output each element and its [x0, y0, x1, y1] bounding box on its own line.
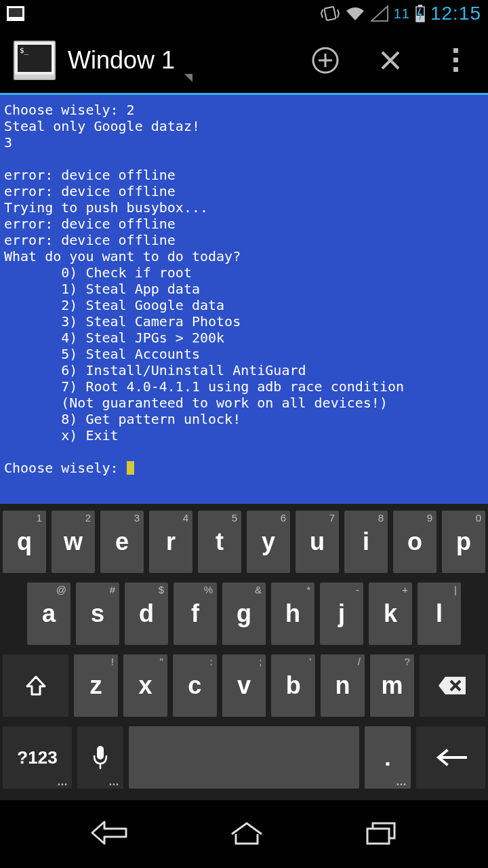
key-b-alt: ' [309, 656, 311, 667]
status-bar: 11 12:15 [0, 0, 488, 27]
system-nav-bar [0, 800, 488, 868]
signal-bars-text: 11 [394, 6, 410, 22]
key-w-alt: 2 [85, 512, 91, 524]
add-window-button[interactable] [309, 44, 342, 77]
terminal-prompt: Choose wisely: [4, 460, 127, 476]
key-c-alt: : [209, 656, 212, 667]
key-v-alt: ; [259, 656, 262, 667]
period-key[interactable]: . … [365, 726, 411, 789]
nav-home-button[interactable] [228, 819, 266, 849]
period-key-label: . [384, 745, 390, 771]
key-b[interactable]: b' [271, 654, 315, 717]
key-s-alt: # [110, 584, 115, 595]
key-z-alt: ! [111, 656, 114, 667]
svg-rect-6 [367, 829, 389, 844]
terminal-output[interactable]: Choose wisely: 2 Steal only Google dataz… [0, 95, 488, 504]
keyboard-row-4: ?123 … … . … [3, 726, 485, 789]
key-o-alt: 9 [427, 512, 432, 524]
terminal-lines: Choose wisely: 2 Steal only Google dataz… [4, 102, 404, 443]
shift-key[interactable] [3, 654, 68, 717]
key-f[interactable]: f% [174, 583, 217, 645]
wifi-icon [345, 5, 365, 22]
key-u[interactable]: u7 [296, 511, 339, 573]
key-f-alt: % [204, 584, 213, 595]
terminal-cursor [127, 461, 134, 475]
key-m[interactable]: m? [370, 654, 414, 717]
key-d[interactable]: d$ [125, 583, 168, 645]
window-title[interactable]: Window 1 [68, 46, 175, 75]
terminal-notif-icon [7, 6, 24, 21]
overflow-menu-button[interactable] [439, 44, 472, 77]
key-o[interactable]: o9 [393, 511, 436, 573]
key-l-alt: | [454, 584, 457, 595]
key-y[interactable]: y6 [247, 511, 290, 573]
key-e[interactable]: e3 [100, 511, 144, 573]
soft-keyboard: q1w2e3r4t5y6u7i8o9p0 a@s#d$f%g&h*j-k+l| … [0, 504, 488, 800]
key-i[interactable]: i8 [344, 511, 388, 573]
key-p-alt: 0 [476, 512, 481, 524]
key-t[interactable]: t5 [198, 511, 241, 573]
key-g[interactable]: g& [222, 583, 266, 645]
nav-recent-button[interactable] [363, 819, 399, 849]
key-p[interactable]: p0 [442, 511, 485, 573]
vibrate-icon [321, 5, 340, 22]
key-y-alt: 6 [281, 512, 286, 524]
key-e-alt: 3 [134, 512, 140, 524]
key-x-alt: " [159, 656, 163, 667]
keyboard-row-2: a@s#d$f%g&h*j-k+l| [3, 583, 485, 645]
key-g-alt: & [255, 584, 262, 595]
nav-back-button[interactable] [89, 819, 130, 849]
app-header: $_ Window 1 [0, 27, 488, 95]
symbols-key[interactable]: ?123 … [3, 726, 72, 789]
key-n[interactable]: n/ [321, 654, 365, 717]
key-r[interactable]: r4 [149, 511, 192, 573]
key-j-alt: - [356, 584, 359, 595]
svg-rect-0 [324, 7, 336, 21]
close-button[interactable] [374, 44, 407, 77]
key-w[interactable]: w2 [52, 511, 95, 573]
key-x[interactable]: x" [123, 654, 167, 717]
cell-signal-icon [371, 5, 388, 22]
key-k-alt: + [402, 584, 408, 595]
backspace-key[interactable] [420, 654, 485, 717]
key-a-alt: @ [56, 584, 66, 595]
app-icon[interactable]: $_ [14, 41, 56, 80]
key-d-alt: $ [159, 584, 164, 595]
mic-key[interactable]: … [77, 726, 123, 789]
key-m-alt: ? [404, 656, 409, 667]
key-j[interactable]: j- [320, 583, 363, 645]
key-z[interactable]: z! [74, 654, 118, 717]
key-q-alt: 1 [37, 512, 42, 524]
key-v[interactable]: v; [222, 654, 266, 717]
battery-charging-icon [415, 5, 425, 22]
key-i-alt: 8 [378, 512, 384, 524]
svg-rect-2 [418, 5, 422, 7]
window-dropdown-icon[interactable] [184, 74, 192, 82]
status-time: 12:15 [430, 3, 481, 24]
enter-key[interactable] [416, 726, 485, 789]
key-u-alt: 7 [329, 512, 335, 524]
keyboard-row-1: q1w2e3r4t5y6u7i8o9p0 [3, 511, 485, 573]
key-a[interactable]: a@ [27, 583, 70, 645]
svg-rect-5 [97, 746, 104, 760]
key-c[interactable]: c: [173, 654, 217, 717]
key-h[interactable]: h* [271, 583, 314, 645]
key-t-alt: 5 [232, 512, 237, 524]
key-k[interactable]: k+ [369, 583, 412, 645]
space-key[interactable] [129, 726, 359, 789]
symbols-key-label: ?123 [17, 747, 57, 768]
key-r-alt: 4 [183, 512, 188, 524]
keyboard-row-3: z!x"c:v;b'n/m? [3, 654, 485, 717]
key-l[interactable]: l| [418, 583, 461, 645]
key-s[interactable]: s# [76, 583, 119, 645]
key-q[interactable]: q1 [3, 511, 46, 573]
key-n-alt: / [358, 656, 361, 667]
key-h-alt: * [306, 584, 310, 595]
